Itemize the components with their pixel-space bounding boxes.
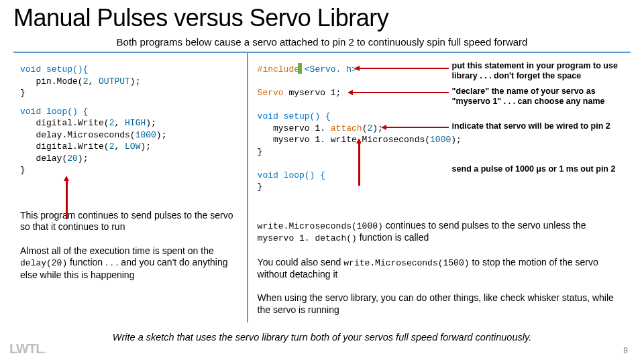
ann-pulse: send a pulse of 1000 μs or 1 ms out pin … [452, 164, 627, 174]
r-l3: void setup() { [258, 111, 331, 121]
right-column: #include <Servo. h> Servo myservo 1; voi… [248, 53, 631, 322]
left-note-2: Almost all of the execution time is spen… [20, 245, 240, 281]
right-note-2: You could also send write.Microseconds(1… [258, 257, 624, 281]
left-note-1: This program continues to send pulses to… [20, 210, 240, 233]
kw-void2: void loop() { [20, 107, 88, 117]
right-body: #include <Servo. h> Servo myservo 1; voi… [258, 64, 624, 316]
r-l1b: <Servo. h> [305, 64, 357, 74]
left-loop-l3: delay.Microseconds(1000); [20, 130, 166, 140]
right-note-1: write.Microseconds(1000) continues to se… [258, 220, 624, 245]
arrow-up-icon [66, 180, 68, 219]
page-number: 8 [623, 346, 628, 355]
ann-attach: indicate that servo will be wired to pin… [452, 121, 627, 131]
columns: void setup(){ pin.Mode(2, OUTPUT); } voi… [13, 52, 631, 322]
subtitle: Both programs below cause a servo attach… [13, 36, 631, 48]
r-l8: } [258, 182, 263, 192]
page-title: Manual Pulses versus Servo Library [13, 4, 631, 32]
left-column: void setup(){ pin.Mode(2, OUTPUT); } voi… [13, 53, 248, 322]
ann-declare: "declare" the name of your servo as "mys… [452, 86, 627, 107]
ann-include: put this statement in your program to us… [452, 61, 627, 81]
left-loop-l4: digital.Write(2, LOW); [20, 141, 151, 152]
arrow-left-icon-3 [385, 127, 449, 128]
cursor-icon [298, 63, 302, 74]
left-code-loop: void loop() { digital.Write(2, HIGH); de… [20, 106, 240, 176]
arrow-left-icon [358, 68, 449, 69]
arrow-up-icon-2 [358, 143, 360, 186]
r-l6: } [258, 147, 263, 157]
left-loop-l6: } [20, 165, 25, 175]
footer-prompt: Write a sketch that uses the servo libra… [13, 332, 631, 343]
slide: Manual Pulses versus Servo Library Both … [0, 0, 644, 362]
left-loop-l5: delay(20); [20, 154, 88, 164]
kw-void: void setup(){ [20, 64, 88, 74]
logo: LWTL. [9, 341, 46, 357]
left-setup-l3: } [20, 88, 25, 98]
left-code-setup: void setup(){ pin.Mode(2, OUTPUT); } [20, 64, 240, 99]
left-setup-l2: pin.Mode(2, OUTPUT); [20, 76, 140, 86]
left-loop-l2: digital.Write(2, HIGH); [20, 118, 156, 128]
arrow-left-icon-2 [352, 92, 449, 93]
right-note-3: When using the servo library, you can do… [258, 292, 624, 316]
r-l7: void loop() { [258, 170, 325, 180]
